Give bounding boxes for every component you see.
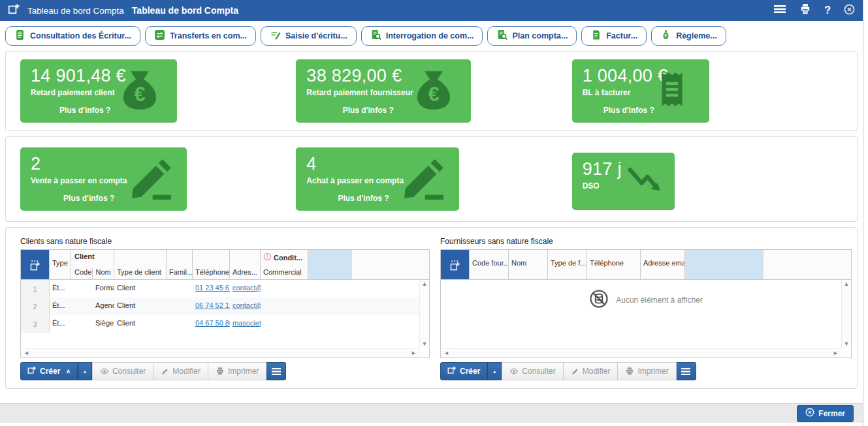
column-header-type[interactable]: Type (50, 250, 71, 279)
grid-menu-add-button[interactable]: ... (441, 250, 470, 279)
clients-table-title: Clients sans nature fiscale (20, 237, 430, 246)
scroll-down-icon[interactable]: ▼ (844, 341, 850, 347)
kpi-card-bl-a-facturer[interactable]: 1 004,00 € BL à facturer Plus d'infos ? (572, 59, 709, 123)
column-header-type-de-fournisseur[interactable]: Type de f... (548, 250, 587, 279)
column-header-adresse-email[interactable]: Adresse email (641, 250, 685, 279)
consulter-button[interactable]: Consulter (502, 362, 563, 380)
saisie-ecriture-button[interactable]: Saisie d'écritu... (261, 26, 357, 46)
tables-panel: Clients sans nature fiscale ... Type Cli… (5, 227, 858, 389)
print-icon (625, 367, 634, 376)
scroll-right-icon[interactable]: ► (411, 350, 417, 356)
fournisseurs-grid-body: Aucun élément à afficher (441, 280, 851, 349)
ledger-document-icon (14, 29, 25, 42)
consulter-button[interactable]: Consulter (92, 362, 153, 380)
grid-menu-button[interactable] (266, 362, 286, 380)
email-link[interactable]: contact@ (233, 284, 261, 292)
column-group-client[interactable]: Client Code Nom (71, 250, 114, 279)
scroll-left-icon[interactable]: ◄ (24, 350, 29, 356)
fournisseurs-table-title: Fournisseurs sans nature fiscale (440, 237, 852, 246)
scroll-left-icon[interactable]: ◄ (443, 350, 449, 356)
no-data-icon (589, 289, 609, 311)
column-header-code[interactable]: Code (71, 268, 93, 279)
close-icon[interactable] (844, 4, 855, 18)
column-header-type-de-client[interactable]: Type de client (114, 250, 167, 279)
print-icon[interactable] (799, 3, 811, 18)
column-header-nom[interactable]: Nom (509, 250, 548, 279)
creer-dropdown-button[interactable]: ▴ (78, 362, 92, 380)
modifier-button[interactable]: Modifier (564, 362, 619, 380)
table-row[interactable]: 2 Ét... Agenc Client 06 74 52 12 contact… (21, 297, 429, 315)
column-header-telephone[interactable]: Téléphone (587, 250, 641, 279)
empty-state-text: Aucun élément à afficher (616, 296, 703, 305)
kpi-panel-counts: 2 Vente à passer en compta Plus d'infos … (5, 136, 858, 222)
quick-toolbar: Consultation des Écritur... Transferts e… (0, 21, 863, 50)
imprimer-button[interactable]: Imprimer (618, 362, 676, 380)
vertical-scrollbar[interactable]: ▲ ▼ (841, 280, 851, 348)
warning-icon (263, 252, 272, 262)
scroll-right-icon[interactable]: ► (833, 350, 839, 356)
header-rest (352, 250, 429, 279)
reglement-button[interactable]: € Règleme... (651, 26, 726, 46)
clients-grid-body: 1 Ét... Forma Client 01 23 45 67 contact… (21, 280, 429, 349)
pencil-icon (571, 367, 579, 376)
pencil-icon (398, 153, 450, 207)
close-circle-icon (805, 408, 814, 419)
phone-link[interactable]: 04 67 50 80 (195, 319, 230, 327)
creer-button[interactable]: Créer ∧ (20, 362, 78, 380)
search-document-icon (496, 29, 507, 42)
kpi-card-achat-a-passer[interactable]: 4 Achat à passer en compta Plus d'infos … (296, 147, 459, 211)
kpi-card-dso[interactable]: 917 j DSO (572, 153, 675, 210)
kpi-card-retard-paiement-fournisseur[interactable]: 38 829,00 € Retard paiement fournisseur … (296, 59, 471, 123)
horizontal-scrollbar[interactable]: ◄ ► (21, 348, 419, 358)
breadcrumb: Tableau de bord Compta (27, 6, 124, 16)
help-icon[interactable]: ? (824, 5, 831, 16)
column-header-conditions-commercial[interactable]: Condit... Commercial (261, 250, 308, 279)
vertical-scrollbar[interactable]: ▲ ▼ (419, 280, 429, 348)
email-link[interactable]: contact@ (233, 301, 261, 309)
creer-dropdown-button[interactable]: ▴ (487, 362, 502, 380)
grid-menu-add-button[interactable]: ... (21, 250, 50, 279)
fermer-button[interactable]: Fermer (797, 405, 854, 422)
column-header-adresse[interactable]: Adres... (230, 250, 261, 279)
clients-grid: ... Type Client Code Nom Type de client (20, 249, 430, 358)
svg-text:€: € (428, 83, 440, 106)
phone-link[interactable]: 01 23 45 67 (195, 284, 230, 292)
column-header-famille[interactable]: Famil... (167, 250, 193, 279)
empty-state: Aucun élément à afficher (441, 280, 851, 311)
fournisseurs-section: Fournisseurs sans nature fiscale ... Cod… (440, 237, 852, 380)
kpi-card-retard-paiement-client[interactable]: 14 901,48 € Retard paiement client Plus … (20, 59, 177, 123)
table-row[interactable]: 3 Ét... Siège Client 04 67 50 80 masocie… (21, 315, 429, 333)
title-bar: Tableau de bord Compta Tableau de bord C… (0, 0, 863, 21)
horizontal-scrollbar[interactable]: ◄ ► (441, 348, 841, 358)
print-icon (216, 367, 225, 376)
titlebar-actions: ? (773, 3, 855, 18)
scroll-up-icon[interactable]: ▲ (422, 281, 428, 287)
plan-comptable-button[interactable]: Plan compta... (487, 26, 577, 46)
kpi-panel-amounts: 14 901,48 € Retard paiement client Plus … (5, 51, 858, 131)
menu-icon[interactable] (773, 5, 786, 16)
creer-button[interactable]: Créer (440, 362, 487, 380)
kpi-card-vente-a-passer[interactable]: 2 Vente à passer en compta Plus d'infos … (20, 147, 187, 211)
modifier-button[interactable]: Modifier (153, 362, 208, 380)
trend-down-icon (624, 163, 667, 202)
facturation-button[interactable]: Factur... (581, 26, 647, 46)
eye-icon (100, 367, 109, 376)
add-row-icon (30, 262, 40, 273)
search-document-icon (370, 29, 381, 42)
scroll-up-icon[interactable]: ▲ (844, 281, 850, 287)
grid-menu-button[interactable] (677, 362, 696, 380)
column-header-code-fournisseur[interactable]: Code four... (470, 250, 509, 279)
expanded-caret-icon: ∧ (66, 368, 71, 374)
money-bag-euro-icon: € (116, 67, 164, 118)
grid-menu-dots: ... (451, 257, 458, 261)
scroll-down-icon[interactable]: ▼ (422, 341, 428, 347)
email-link[interactable]: masociet (233, 319, 261, 327)
phone-link[interactable]: 06 74 52 12 (195, 301, 230, 309)
interrogation-compte-button[interactable]: Interrogation de com... (361, 26, 483, 46)
column-header-telephone[interactable]: Téléphone (193, 250, 230, 279)
column-header-nom[interactable]: Nom (93, 268, 114, 279)
table-row[interactable]: 1 Ét... Forma Client 01 23 45 67 contact… (21, 280, 429, 297)
imprimer-button[interactable]: Imprimer (208, 362, 266, 380)
consultation-ecritures-button[interactable]: Consultation des Écritur... (5, 26, 140, 46)
transferts-button[interactable]: Transferts en com... (145, 26, 256, 46)
